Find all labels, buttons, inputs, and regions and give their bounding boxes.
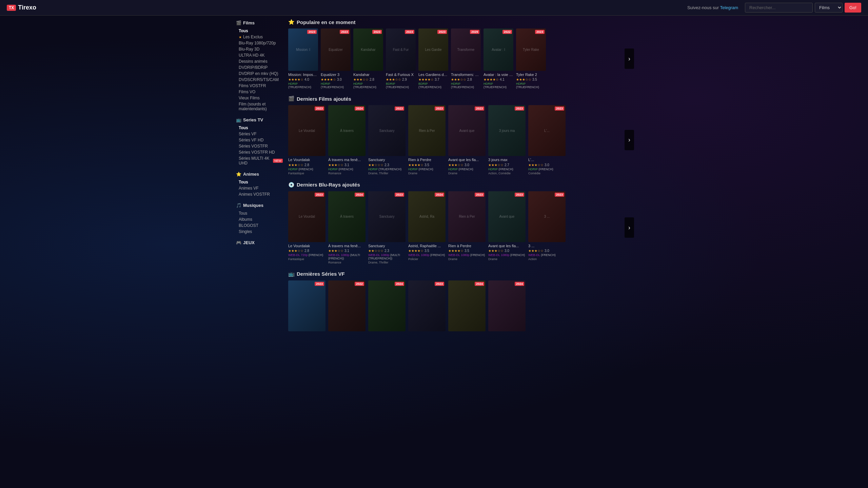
list-item[interactable]: 2023 Equalizer Equalizer 3 ★★★★☆ 3.0 HDR… bbox=[321, 28, 351, 89]
sidebar-item-bluray-3d[interactable]: Blu-Ray 3D bbox=[234, 46, 285, 52]
sidebar-item-series-tous[interactable]: Tous bbox=[234, 125, 285, 131]
list-item[interactable]: 2023 Fast & Fur Fast & Furious X ★★★☆☆ 2… bbox=[386, 28, 416, 89]
sidebar-section-musiques: 🎵 Musiques Tous Albums BLOGOST Singles bbox=[234, 201, 285, 235]
movie-title: Transformers: Ris... bbox=[451, 72, 481, 77]
year-badge: 2023 bbox=[315, 193, 324, 197]
list-item[interactable]: 2024 bbox=[448, 280, 486, 333]
year-badge: 2023 bbox=[435, 282, 444, 286]
sidebar-item-film-sourds[interactable]: Film (sourds et malentendants) bbox=[234, 101, 285, 112]
sidebar-films-title: 🎬 Films bbox=[234, 19, 285, 27]
list-item[interactable]: 2023 Avant que Avant que les fla... ★★★☆… bbox=[448, 105, 486, 175]
year-badge: 2024 bbox=[395, 282, 404, 286]
sidebar-item-series-vostfr[interactable]: Séries VOSTFR bbox=[234, 143, 285, 149]
derniers-films-next-button[interactable]: › bbox=[625, 130, 634, 150]
sidebar-item-blogost[interactable]: BLOGOST bbox=[234, 222, 285, 229]
sidebar-item-films-vostfr[interactable]: Films VOSTFR bbox=[234, 83, 285, 89]
year-badge: 2024 bbox=[355, 106, 364, 111]
popular-next-button[interactable]: › bbox=[625, 48, 634, 69]
list-item[interactable]: 2023 Les Gardie Les Gardiens de L... ★★★… bbox=[418, 28, 448, 89]
film-section-icon: 🎬 bbox=[288, 96, 295, 102]
rating-value: 4.0 bbox=[304, 78, 309, 81]
list-item[interactable]: 2023 Le Vourdal Le Vourdalak ★★★☆☆ 2.8 W… bbox=[288, 191, 326, 264]
list-item[interactable]: 2023 Tyler Rake Tyler Rake 2 ★★★☆☆ 3.5 H… bbox=[516, 28, 546, 89]
sidebar-item-singles[interactable]: Singles bbox=[234, 229, 285, 235]
list-item[interactable]: 2024 À travers À travers ma fenê... ★★★☆… bbox=[328, 191, 366, 264]
list-item[interactable]: 2029 Transforme Transformers: Ris... ★★★… bbox=[451, 28, 481, 89]
sidebar-item-dvdscr[interactable]: DVDSCR/R5/TS/CAM bbox=[234, 77, 285, 83]
list-item[interactable]: 2023 Rien à Per Rien à Perdre ★★★★☆ 3.5 … bbox=[448, 191, 486, 264]
movie-poster: 2023 Mission: I bbox=[288, 28, 318, 71]
music-icon: 🎵 bbox=[236, 203, 241, 208]
movie-tags: WEB-DL 1080p (FRENCH) bbox=[488, 253, 526, 257]
movie-title: À travers ma fenê... bbox=[328, 157, 366, 162]
rating-value: 3.0 bbox=[545, 163, 549, 167]
derniers-films-title: 🎬 Derniers Films ajoutés bbox=[288, 96, 634, 102]
list-item[interactable]: 2022 bbox=[328, 280, 366, 333]
list-item[interactable]: 2024 bbox=[368, 280, 406, 333]
sidebar-item-dvdrip[interactable]: DVDRIP/BDRIP bbox=[234, 64, 285, 71]
list-item[interactable]: 2024 À travers À travers ma fenê... ★★★☆… bbox=[328, 105, 366, 175]
movie-tags: HDRIP (TRUEFRENCH) bbox=[353, 82, 383, 89]
stars: ★★★☆☆ bbox=[288, 249, 303, 253]
list-item[interactable]: 2023 Sanctuary Sanctuary ★★☆☆☆ 2.3 WEB-D… bbox=[368, 191, 406, 264]
movie-poster: 2024 À travers bbox=[328, 105, 366, 156]
stars: ★★☆☆☆ bbox=[368, 249, 383, 253]
bluray-section-icon: 💿 bbox=[288, 182, 295, 188]
sidebar-item-bluray-1080[interactable]: Blu-Ray 1080p/720p bbox=[234, 40, 285, 46]
list-item[interactable]: 2024 bbox=[488, 280, 526, 333]
list-item[interactable]: 2022 Avatar : l Avatar : la voie de... ★… bbox=[484, 28, 513, 89]
search-button[interactable]: Go! bbox=[845, 3, 861, 13]
list-item[interactable]: 2023 3 ... 3 ... ★★★☆☆ 3.0 WEB-DL (FRENC… bbox=[528, 191, 566, 264]
sidebar-item-series-vf-hd[interactable]: Séries VF HD bbox=[234, 137, 285, 143]
stars: ★★★☆☆ bbox=[488, 249, 504, 253]
movie-poster: 2022 bbox=[328, 280, 366, 331]
list-item[interactable]: 2023 Avant que Avant que les fla... ★★★☆… bbox=[488, 191, 526, 264]
sidebar-item-musiques-tous[interactable]: Tous bbox=[234, 210, 285, 216]
list-item[interactable]: 2023 L'... L'... ★★★☆☆ 3.0 HDRIP (FRENCH… bbox=[528, 105, 566, 175]
sidebar-item-animes-tous[interactable]: Tous bbox=[234, 179, 285, 185]
logo[interactable]: TX Tirexo bbox=[7, 4, 36, 11]
movie-poster: 2023 Rien à Per bbox=[408, 105, 446, 156]
search-input[interactable] bbox=[745, 3, 813, 13]
film-icon: 🎬 bbox=[236, 20, 241, 25]
year-badge: 2023 bbox=[475, 106, 484, 111]
movie-tags: WEB-DL 1080p (FRENCH) bbox=[448, 253, 486, 257]
list-item[interactable]: 2023 bbox=[288, 280, 326, 333]
movie-genre: Action bbox=[528, 257, 566, 261]
derniers-blurays-next-button[interactable]: › bbox=[625, 217, 634, 238]
logo-text: Tirexo bbox=[18, 4, 36, 11]
sidebar-item-animes-vostfr[interactable]: Animes VOSTFR bbox=[234, 191, 285, 197]
sidebar-item-series-multi-4k[interactable]: Séries MULTI 4K UHD NEW bbox=[234, 155, 285, 166]
telegram-link[interactable]: Telegram bbox=[720, 5, 738, 10]
sidebar-item-dvdrip-mkv[interactable]: DVDRIP en mkv (HQ) bbox=[234, 71, 285, 77]
search-type-select[interactable]: Films Séries Animes bbox=[815, 3, 843, 13]
movie-rating: ★★★★☆ 3.5 bbox=[408, 163, 446, 167]
list-item[interactable]: 2023 Le Vourdal Le Vourdalak ★★★☆☆ 2.8 H… bbox=[288, 105, 326, 175]
list-item[interactable]: 2023 Mission: I Mission: Impossi... ★★★★… bbox=[288, 28, 318, 89]
sidebar-item-les-exclus[interactable]: ★ Les Exclus bbox=[234, 34, 285, 40]
sidebar-item-series-vf[interactable]: Séries VF bbox=[234, 131, 285, 137]
list-item[interactable]: 2023 Sanctuary Sanctuary ★★☆☆☆ 2.3 HDRIP… bbox=[368, 105, 406, 175]
movie-tags: WEB-DL 1080p (MULTI (FRENCH)) bbox=[328, 253, 366, 260]
sidebar-item-albums[interactable]: Albums bbox=[234, 216, 285, 222]
sidebar-item-dessins[interactable]: Dessins animés bbox=[234, 58, 285, 64]
sidebar-item-vieux-films[interactable]: Vieux Films bbox=[234, 95, 285, 101]
movie-rating: ★★★★☆ 4.0 bbox=[288, 78, 318, 81]
year-badge: 2029 bbox=[470, 30, 479, 34]
sidebar-item-films-tous[interactable]: Tous bbox=[234, 28, 285, 34]
star-icon: ★ bbox=[239, 35, 242, 39]
movie-title: Les Gardiens de L... bbox=[418, 72, 448, 77]
sidebar-item-ultra-hd[interactable]: ULTRA HD 4K bbox=[234, 52, 285, 58]
list-item[interactable]: 2023 Kandahar Kandahar ★★★☆☆ 2.8 HDRIP (… bbox=[353, 28, 383, 89]
movie-rating: ★★★☆☆ 2.8 bbox=[288, 163, 326, 167]
sidebar-item-films-vo[interactable]: Films VO bbox=[234, 89, 285, 95]
list-item[interactable]: 2024 Astrid, Ra Astrid, Raphaëlle ... ★★… bbox=[408, 191, 446, 264]
rating-value: 3.5 bbox=[425, 163, 429, 167]
list-item[interactable]: 2023 Rien à Per Rien à Perdre ★★★★☆ 3.5 … bbox=[408, 105, 446, 175]
list-item[interactable]: 2023 3 jours ma 3 jours max ★★★☆☆ 2.7 HD… bbox=[488, 105, 526, 175]
movie-poster: 2023 bbox=[408, 280, 446, 331]
list-item[interactable]: 2023 bbox=[408, 280, 446, 333]
sidebar-item-series-vostfr-hd[interactable]: Séries VOSTFR HD bbox=[234, 149, 285, 155]
sidebar-item-animes-vf[interactable]: Animes VF bbox=[234, 185, 285, 191]
movie-title: Le Vourdalak bbox=[288, 243, 326, 248]
